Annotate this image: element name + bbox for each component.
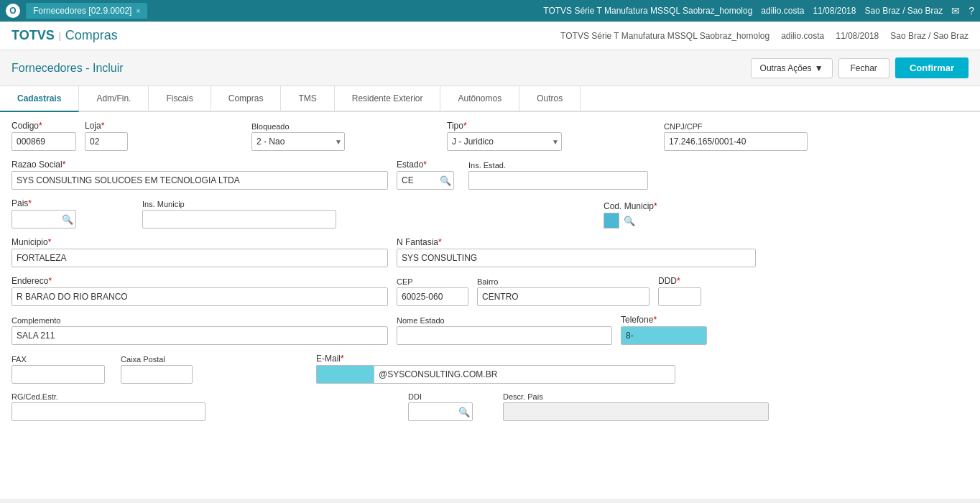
field-complemento: Complemento xyxy=(11,316,388,345)
descr-pais-label: Descr. Pais xyxy=(503,392,769,401)
tab-fiscais[interactable]: Fiscais xyxy=(149,86,211,111)
form-row-8: RG/Ced.Estr. DDI 🔍 Descr. Pais xyxy=(11,392,969,421)
confirmar-button[interactable]: Confirmar xyxy=(895,57,969,78)
field-tipo: Tipo* J - Juridico ▼ xyxy=(447,121,562,151)
nav-bar: TOTVS | Compras TOTVS Série T Manufatura… xyxy=(0,22,980,50)
form-row-3: Pais* 🔍 Ins. Municip Cod. Municip* 🔍 xyxy=(11,198,969,229)
ins-municip-input[interactable] xyxy=(142,210,336,229)
bloqueado-select-wrapper: 2 - Nao ▼ xyxy=(251,132,345,151)
username: adilio.costa xyxy=(761,6,804,16)
fax-input[interactable] xyxy=(11,365,105,384)
telefone-label: Telefone* xyxy=(621,315,707,325)
form-row-1: Codigo* Loja* Bloqueado 2 - Nao ▼ Tipo* xyxy=(11,121,969,151)
bloqueado-label: Bloqueado xyxy=(251,122,345,131)
page-actions: Outras Ações ▼ Fechar Confirmar xyxy=(751,57,969,78)
nome-estado-label: Nome Estado xyxy=(397,316,612,325)
tab-label: Fornecedores [02.9.0002] xyxy=(33,6,131,16)
estado-label: Estado* xyxy=(397,160,454,170)
field-caixa-postal: Caixa Postal xyxy=(121,355,193,384)
tab-cadastrais[interactable]: Cadastrais xyxy=(0,86,79,112)
municipio-input[interactable] xyxy=(11,249,388,267)
nav-section: Compras xyxy=(65,28,118,43)
tipo-select-wrapper: J - Juridico ▼ xyxy=(447,132,562,151)
pais-search-button[interactable]: 🔍 xyxy=(60,214,75,225)
telefone-input[interactable] xyxy=(621,326,707,345)
field-cnpjcpf: CNPJ/CPF xyxy=(664,122,808,151)
tab-residente-exterior[interactable]: Residente Exterior xyxy=(335,86,441,111)
tipo-label: Tipo* xyxy=(447,121,562,131)
endereco-label: Endereco* xyxy=(11,276,388,286)
field-codigo: Codigo* xyxy=(11,121,76,151)
field-cep: CEP xyxy=(397,277,468,306)
bairro-input[interactable] xyxy=(477,287,650,306)
rg-input[interactable] xyxy=(11,402,205,421)
field-fax: FAX xyxy=(11,355,105,384)
nav-title: TOTVS xyxy=(11,28,55,43)
tipo-select[interactable]: J - Juridico xyxy=(447,132,562,151)
ins-estad-input[interactable] xyxy=(468,171,648,190)
field-razaosocial: Razao Social* xyxy=(11,160,388,190)
field-rg: RG/Ced.Estr. xyxy=(11,392,205,421)
endereco-input[interactable] xyxy=(11,287,388,306)
codigo-input[interactable] xyxy=(11,132,76,151)
municipio-label: Municipio* xyxy=(11,237,388,247)
tab-admfin[interactable]: Adm/Fin. xyxy=(79,86,149,111)
field-bloqueado: Bloqueado 2 - Nao ▼ xyxy=(251,122,345,151)
tab-autonomos[interactable]: Autônomos xyxy=(440,86,519,111)
ddi-search-wrapper: 🔍 xyxy=(408,402,473,421)
cep-label: CEP xyxy=(397,277,468,286)
nfantasia-input[interactable] xyxy=(397,249,756,267)
header-date: 11/08/2018 xyxy=(836,31,879,41)
cnpjcpf-input[interactable] xyxy=(664,132,808,151)
email-prefix-input[interactable] xyxy=(316,365,374,384)
email-domain-input[interactable] xyxy=(374,365,675,384)
cep-input[interactable] xyxy=(397,287,468,306)
tabs-bar: Cadastrais Adm/Fin. Fiscais Compras TMS … xyxy=(0,86,980,112)
cnpjcpf-label: CNPJ/CPF xyxy=(664,122,808,131)
system-info: TOTVS Série T Manufatura MSSQL Saobraz_h… xyxy=(543,6,752,16)
help-icon[interactable]: ? xyxy=(969,5,974,17)
field-ins-municip: Ins. Municip xyxy=(142,200,336,229)
tab-compras[interactable]: Compras xyxy=(211,86,282,111)
caixa-postal-input[interactable] xyxy=(121,365,193,384)
loja-label: Loja* xyxy=(85,121,128,131)
outras-acoes-button[interactable]: Outras Ações ▼ xyxy=(751,58,833,78)
active-tab[interactable]: Fornecedores [02.9.0002] × xyxy=(26,3,147,19)
tab-outros[interactable]: Outros xyxy=(519,86,581,111)
bloqueado-select[interactable]: 2 - Nao xyxy=(251,132,345,151)
cod-municip-search-wrapper: 🔍 xyxy=(604,213,657,229)
codigo-label: Codigo* xyxy=(11,121,76,131)
descr-pais-input xyxy=(503,402,769,421)
loja-input[interactable] xyxy=(85,132,128,151)
razaosocial-input[interactable] xyxy=(11,171,388,190)
form-row-2: Razao Social* Estado* 🔍 Ins. Estad. xyxy=(11,160,969,190)
pais-label: Pais* xyxy=(11,198,76,208)
form-row-6: Complemento Nome Estado Telefone* xyxy=(11,315,969,345)
header-location: Sao Braz / Sao Braz xyxy=(890,31,969,41)
tab-tms[interactable]: TMS xyxy=(281,86,334,111)
nome-estado-input[interactable] xyxy=(397,326,612,345)
field-nfantasia: N Fantasia* xyxy=(397,237,756,267)
nfantasia-label: N Fantasia* xyxy=(397,237,756,247)
field-loja: Loja* xyxy=(85,121,128,151)
complemento-input[interactable] xyxy=(11,326,388,345)
field-cod-municip: Cod. Municip* 🔍 xyxy=(604,201,657,229)
field-nome-estado: Nome Estado xyxy=(397,316,612,345)
form-row-4: Municipio* N Fantasia* xyxy=(11,237,969,267)
bairro-label: Bairro xyxy=(477,277,650,286)
pais-search-wrapper: 🔍 xyxy=(11,210,76,229)
page-header: Fornecedores - Incluir Outras Ações ▼ Fe… xyxy=(0,50,980,86)
mail-icon[interactable]: ✉ xyxy=(951,5,960,17)
ddd-input[interactable] xyxy=(658,287,701,306)
cod-municip-search-button[interactable]: 🔍 xyxy=(622,216,637,226)
ddi-search-button[interactable]: 🔍 xyxy=(457,407,471,417)
form-area: Codigo* Loja* Bloqueado 2 - Nao ▼ Tipo* xyxy=(0,112,980,499)
estado-search-button[interactable]: 🔍 xyxy=(438,175,453,186)
topbar-right: TOTVS Série T Manufatura MSSQL Saobraz_h… xyxy=(543,5,974,17)
ddi-label: DDI xyxy=(408,392,473,401)
field-email: E-Mail* xyxy=(316,354,675,384)
fechar-button[interactable]: Fechar xyxy=(838,58,889,78)
cod-municip-label: Cod. Municip* xyxy=(604,201,657,211)
rg-label: RG/Ced.Estr. xyxy=(11,392,205,401)
tab-close-icon[interactable]: × xyxy=(136,7,140,15)
